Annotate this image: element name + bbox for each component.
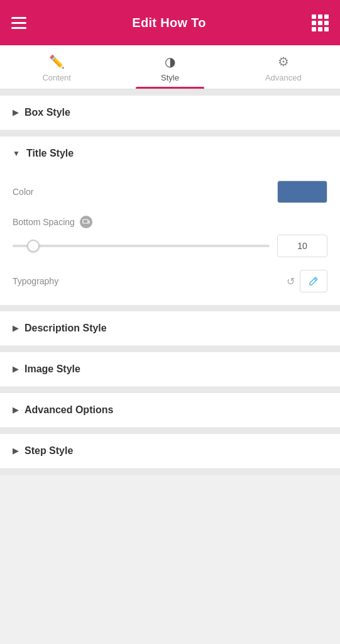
title-style-content: Color Bottom Spacing 10 Typography ↺ bbox=[0, 170, 340, 305]
box-style-chevron-right-icon bbox=[13, 108, 18, 117]
pencil-icon: ✏️ bbox=[49, 54, 65, 69]
description-style-chevron-icon bbox=[13, 324, 18, 333]
image-style-section-header[interactable]: Image Style bbox=[0, 352, 340, 387]
bottom-spacing-label-row: Bottom Spacing bbox=[13, 216, 327, 228]
image-style-title: Image Style bbox=[25, 364, 80, 375]
advanced-options-title: Advanced Options bbox=[25, 404, 113, 416]
advanced-options-section-header[interactable]: Advanced Options bbox=[0, 393, 340, 428]
responsive-icon[interactable] bbox=[80, 216, 92, 228]
tab-style-label: Style bbox=[161, 73, 179, 82]
svg-rect-1 bbox=[88, 221, 89, 223]
box-style-title: Box Style bbox=[25, 107, 70, 118]
separator-1 bbox=[0, 89, 340, 96]
half-circle-icon: ◑ bbox=[165, 54, 175, 69]
description-style-section-header[interactable]: Description Style bbox=[0, 311, 340, 346]
reset-typography-icon[interactable]: ↺ bbox=[287, 275, 295, 287]
bottom-spacing-slider[interactable] bbox=[13, 245, 270, 247]
bottom-spacing-row: Bottom Spacing 10 bbox=[13, 216, 327, 257]
tab-bar: ✏️ Content ◑ Style ⚙ Advanced bbox=[0, 45, 340, 89]
typography-label: Typography bbox=[13, 276, 58, 286]
advanced-options-chevron-icon bbox=[13, 406, 18, 414]
app-header: Edit How To bbox=[0, 0, 340, 45]
step-style-chevron-icon bbox=[13, 447, 18, 455]
color-field-row: Color bbox=[13, 180, 327, 203]
bottom-spacing-label: Bottom Spacing bbox=[13, 217, 75, 227]
separator-6 bbox=[0, 428, 340, 434]
grid-menu-icon[interactable] bbox=[312, 14, 329, 31]
image-style-chevron-icon bbox=[13, 365, 18, 374]
hamburger-menu-icon[interactable] bbox=[11, 17, 26, 29]
separator-3 bbox=[0, 305, 340, 311]
tab-content-label: Content bbox=[42, 73, 71, 82]
separator-4 bbox=[0, 346, 340, 352]
bottom-spacing-value[interactable]: 10 bbox=[277, 235, 327, 257]
separator-5 bbox=[0, 387, 340, 393]
step-style-section-header[interactable]: Step Style bbox=[0, 434, 340, 469]
page-title: Edit How To bbox=[132, 16, 206, 30]
title-style-chevron-down-icon bbox=[13, 149, 20, 158]
slider-thumb[interactable] bbox=[27, 240, 40, 252]
tab-style[interactable]: ◑ Style bbox=[113, 45, 226, 89]
tab-advanced-label: Advanced bbox=[265, 73, 302, 82]
title-style-section-header[interactable]: Title Style bbox=[0, 136, 340, 170]
tab-advanced[interactable]: ⚙ Advanced bbox=[227, 45, 340, 89]
separator-2 bbox=[0, 130, 340, 136]
color-swatch[interactable] bbox=[277, 180, 327, 203]
box-style-section-header[interactable]: Box Style bbox=[0, 96, 340, 130]
step-style-title: Step Style bbox=[25, 445, 73, 457]
svg-rect-0 bbox=[83, 219, 88, 223]
typography-actions: ↺ bbox=[287, 270, 327, 292]
separator-7 bbox=[0, 469, 340, 475]
gear-icon: ⚙ bbox=[278, 54, 289, 69]
description-style-title: Description Style bbox=[25, 323, 107, 334]
slider-input-row: 10 bbox=[13, 235, 327, 257]
tab-content[interactable]: ✏️ Content bbox=[0, 45, 113, 89]
typography-row: Typography ↺ bbox=[13, 270, 327, 292]
title-style-title: Title Style bbox=[26, 148, 74, 159]
edit-typography-button[interactable] bbox=[300, 270, 327, 292]
color-label: Color bbox=[13, 187, 33, 197]
